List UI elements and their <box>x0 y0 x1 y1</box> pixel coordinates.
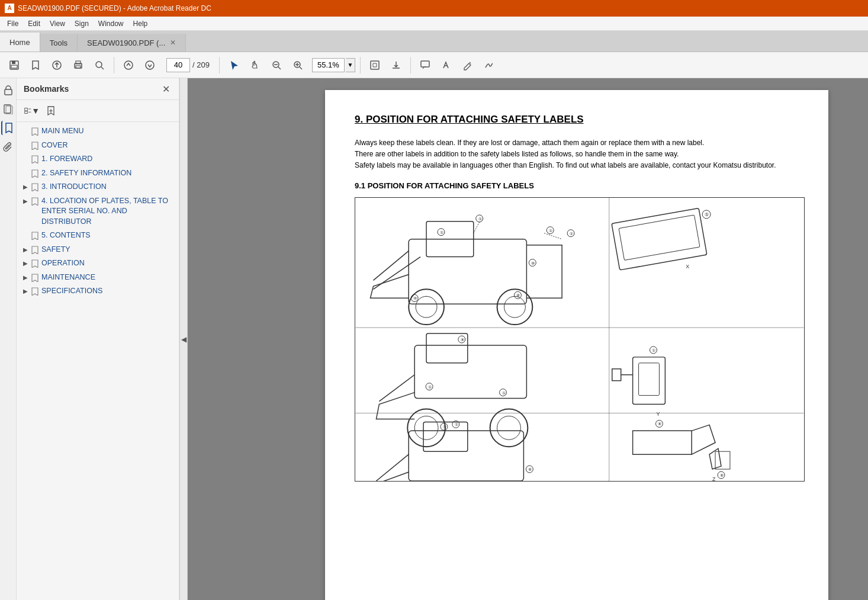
tab-home[interactable]: Home <box>0 33 40 52</box>
svg-line-13 <box>278 67 281 69</box>
bookmark-icon-cover <box>31 141 39 150</box>
bookmark-item-main-menu[interactable]: MAIN MENU <box>17 124 179 139</box>
pdf-area[interactable]: 9. POSITION FOR ATTACHING SAFETY LABELS … <box>188 78 868 600</box>
draw-button[interactable] <box>458 56 477 75</box>
svg-text:①: ① <box>570 231 573 235</box>
menu-view[interactable]: View <box>45 18 70 29</box>
svg-point-31 <box>497 289 533 325</box>
sidebar: Bookmarks ✕ ▼ <box>17 78 179 600</box>
fit-page-button[interactable] <box>365 56 384 75</box>
svg-line-50 <box>474 222 480 233</box>
menu-help[interactable]: Help <box>128 18 153 29</box>
svg-text:Z: Z <box>712 476 716 481</box>
page-down-button[interactable] <box>140 56 159 75</box>
bookmark-item-safety-info[interactable]: 2. SAFETY INFORMATION <box>17 166 179 181</box>
svg-rect-52 <box>619 215 700 260</box>
page-up-button[interactable] <box>119 56 138 75</box>
bookmark-item-cover[interactable]: COVER <box>17 139 179 153</box>
print-button[interactable] <box>69 56 88 75</box>
bookmark-expand-maintenance[interactable]: ▶ <box>21 273 30 283</box>
select-tool-button[interactable] <box>224 56 243 75</box>
bookmark-item-location[interactable]: ▶ 4. LOCATION OF PLATES, TABLE TO ENTER … <box>17 194 179 229</box>
bookmark-item-contents[interactable]: 5. CONTENTS <box>17 229 179 243</box>
sign-button[interactable] <box>480 56 499 75</box>
sidebar-close-button[interactable]: ✕ <box>160 83 172 95</box>
tab-tools[interactable]: Tools <box>40 34 78 52</box>
bookmark-expand-location[interactable]: ▶ <box>21 197 30 206</box>
bookmark-expand-introduction[interactable]: ▶ <box>21 182 30 192</box>
bookmark-icon-contents <box>31 231 39 240</box>
svg-point-60 <box>490 409 528 447</box>
highlight-button[interactable] <box>437 56 456 75</box>
svg-text:⑩: ⑩ <box>413 296 417 300</box>
svg-text:⑤: ⑤ <box>705 211 709 217</box>
search-button[interactable] <box>90 56 109 75</box>
zoom-input[interactable] <box>312 58 345 72</box>
menu-window[interactable]: Window <box>94 18 128 29</box>
svg-text:⑧: ⑧ <box>516 293 520 297</box>
svg-rect-70 <box>639 362 660 395</box>
svg-text:⑧: ⑧ <box>720 473 724 477</box>
bookmark-expand-safety[interactable]: ▶ <box>21 245 30 255</box>
tab-close-icon[interactable]: ✕ <box>170 38 176 47</box>
title-bar: A SEADW01900.PDF (SECURED) - Adobe Acrob… <box>0 0 868 17</box>
svg-text:①: ① <box>549 228 552 232</box>
save-button[interactable] <box>5 56 24 75</box>
svg-text:①: ① <box>455 422 458 426</box>
menu-file[interactable]: File <box>2 18 23 29</box>
toolbar-divider-1 <box>114 57 114 73</box>
bookmark-expand-operation[interactable]: ▶ <box>21 259 30 268</box>
bookmark-icon-maintenance <box>31 273 39 283</box>
toolbar-divider-3 <box>360 57 361 73</box>
toolbar: / 209 ▼ <box>0 52 868 78</box>
svg-text:①: ① <box>478 216 482 220</box>
app-icon: A <box>5 4 14 13</box>
bookmark-item-maintenance[interactable]: ▶ MAINTENANCE <box>17 271 179 285</box>
lock-icon-btn[interactable] <box>1 83 15 97</box>
zoom-dropdown-button[interactable]: ▼ <box>346 58 355 72</box>
bookmark-icon-introduction <box>31 182 39 192</box>
bookmark-item-introduction[interactable]: ▶ 3. INTRODUCTION <box>17 180 179 194</box>
pages-icon-btn[interactable] <box>1 102 15 116</box>
bookmark-item-operation[interactable]: ▶ OPERATION <box>17 256 179 271</box>
new-bookmark-button[interactable] <box>43 104 59 118</box>
page-navigation: / 209 <box>166 58 210 72</box>
menu-sign[interactable]: Sign <box>70 18 94 29</box>
attachment-icon-btn[interactable] <box>1 140 15 154</box>
upload-button[interactable] <box>47 56 66 75</box>
svg-line-82 <box>376 454 409 481</box>
svg-rect-89 <box>715 451 730 469</box>
bookmark-icon-safety-info <box>31 169 39 178</box>
title-bar-text: SEADW01900.PDF (SECURED) - Adobe Acrobat… <box>18 4 211 12</box>
bookmark-item-foreward[interactable]: 1. FOREWARD <box>17 152 179 166</box>
bookmark-expand-specifications[interactable]: ▶ <box>21 287 30 296</box>
toolbar-divider-2 <box>219 57 220 73</box>
bookmark-list: MAIN MENU COVER 1. FOREWARD <box>17 122 179 600</box>
bookmark-item-specifications[interactable]: ▶ SPECIFICATIONS <box>17 284 179 299</box>
menu-edit[interactable]: Edit <box>23 18 45 29</box>
bookmark-view-button[interactable]: ▼ <box>24 104 40 118</box>
page-number-input[interactable] <box>166 58 190 72</box>
download-button[interactable] <box>387 56 406 75</box>
comment-button[interactable] <box>416 56 435 75</box>
svg-rect-76 <box>409 431 523 481</box>
bookmark-icon-main-menu <box>31 127 39 136</box>
tab-bar: Home Tools SEADW01900.PDF (... ✕ <box>0 31 868 52</box>
zoom-out-button[interactable] <box>267 56 286 75</box>
svg-rect-19 <box>421 61 429 67</box>
tab-document[interactable]: SEADW01900.PDF (... ✕ <box>78 34 186 52</box>
zoom-in-button[interactable] <box>288 56 307 75</box>
svg-line-8 <box>101 67 104 69</box>
svg-text:①: ① <box>428 384 432 389</box>
sidebar-collapse-arrow[interactable]: ◀ <box>179 78 188 600</box>
pdf-subsection-title: 9.1 POSITION FOR ATTACHING SAFETY LABELS <box>355 181 799 190</box>
svg-rect-72 <box>612 368 621 380</box>
bookmarks-icon-btn[interactable] <box>1 121 15 135</box>
bookmark-expand-cover <box>21 141 30 150</box>
svg-text:⑩: ⑩ <box>531 261 535 265</box>
bookmark-item-safety[interactable]: ▶ SAFETY <box>17 243 179 257</box>
bookmark-button[interactable] <box>26 56 45 75</box>
svg-rect-6 <box>76 66 81 68</box>
hand-tool-button[interactable] <box>246 56 265 75</box>
svg-rect-23 <box>25 108 28 111</box>
